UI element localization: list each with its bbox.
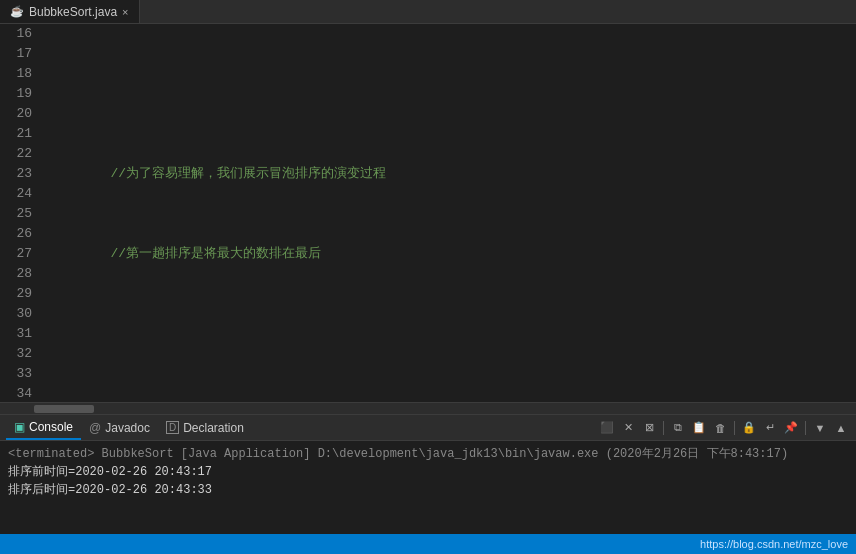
console-terminated-line: <terminated> BubbkeSort [Java Applicatio… (8, 445, 848, 463)
console-tab-javadoc[interactable]: @ Javadoc (81, 415, 158, 440)
console-minimize-btn[interactable]: ▼ (811, 419, 829, 437)
console-tab-console[interactable]: ▣ Console (6, 415, 81, 440)
tab-file-icon: ☕ (10, 5, 24, 18)
code-line-17: //为了容易理解，我们展示冒泡排序的演变过程 (48, 164, 856, 184)
output-text-1: 排序前时间=2020-02-26 20:43:17 (8, 465, 212, 479)
console-clear-btn[interactable]: 🗑 (711, 419, 729, 437)
declaration-tab-label: Declaration (183, 421, 244, 435)
console-close-btn[interactable]: ✕ (619, 419, 637, 437)
tab-bar: ☕ BubbkeSort.java × (0, 0, 856, 24)
console-tab-icon: ▣ (14, 420, 25, 434)
javadoc-tab-label: Javadoc (105, 421, 150, 435)
code-line-19 (48, 324, 856, 344)
toolbar-separator-2 (734, 421, 735, 435)
console-copy-btn[interactable]: ⧉ (669, 419, 687, 437)
output-text-2: 排序后时间=2020-02-26 20:43:33 (8, 483, 212, 497)
toolbar-separator (663, 421, 664, 435)
toolbar-separator-3 (805, 421, 806, 435)
editor-tab[interactable]: ☕ BubbkeSort.java × (0, 0, 140, 23)
console-output-line-1: 排序前时间=2020-02-26 20:43:17 (8, 463, 848, 481)
tab-close-icon[interactable]: × (122, 6, 128, 18)
console-pin-btn[interactable]: 📌 (782, 419, 800, 437)
console-word-wrap-btn[interactable]: ↵ (761, 419, 779, 437)
console-paste-btn[interactable]: 📋 (690, 419, 708, 437)
declaration-tab-icon: D (166, 421, 179, 434)
code-lines: //为了容易理解，我们展示冒泡排序的演变过程 //第一趟排序是将最大的数排在最后… (40, 24, 856, 402)
line-numbers: 16 17 18 19 20 21 22 23 24 25 26 27 28 2… (0, 24, 40, 402)
tab-filename: BubbkeSort.java (29, 5, 117, 19)
horizontal-scrollbar[interactable] (0, 402, 856, 414)
status-url: https://blog.csdn.net/mzc_love (700, 538, 848, 550)
console-panel: ▣ Console @ Javadoc D Declaration ⬛ ✕ ⊠ … (0, 414, 856, 534)
code-editor: 16 17 18 19 20 21 22 23 24 25 26 27 28 2… (0, 24, 856, 414)
console-tab-label: Console (29, 420, 73, 434)
code-line-18: //第一趟排序是将最大的数排在最后 (48, 244, 856, 264)
console-content-area: <terminated> BubbkeSort [Java Applicatio… (0, 441, 856, 503)
h-scroll-thumb[interactable] (34, 405, 94, 413)
console-scroll-lock-btn[interactable]: 🔒 (740, 419, 758, 437)
console-tab-declaration[interactable]: D Declaration (158, 415, 252, 440)
javadoc-tab-at-icon: @ (89, 421, 101, 435)
terminated-label: <terminated> BubbkeSort [Java Applicatio… (8, 447, 788, 461)
console-stop-btn[interactable]: ⬛ (598, 419, 616, 437)
console-maximize-btn[interactable]: ▲ (832, 419, 850, 437)
console-close-all-btn[interactable]: ⊠ (640, 419, 658, 437)
code-scroll-area[interactable]: 16 17 18 19 20 21 22 23 24 25 26 27 28 2… (0, 24, 856, 402)
console-output-line-2: 排序后时间=2020-02-26 20:43:33 (8, 481, 848, 499)
code-line-16 (48, 84, 856, 104)
console-tabs-bar: ▣ Console @ Javadoc D Declaration ⬛ ✕ ⊠ … (0, 415, 856, 441)
status-bar: https://blog.csdn.net/mzc_love (0, 534, 856, 554)
console-toolbar: ⬛ ✕ ⊠ ⧉ 📋 🗑 🔒 ↵ 📌 ▼ ▲ (598, 419, 850, 437)
